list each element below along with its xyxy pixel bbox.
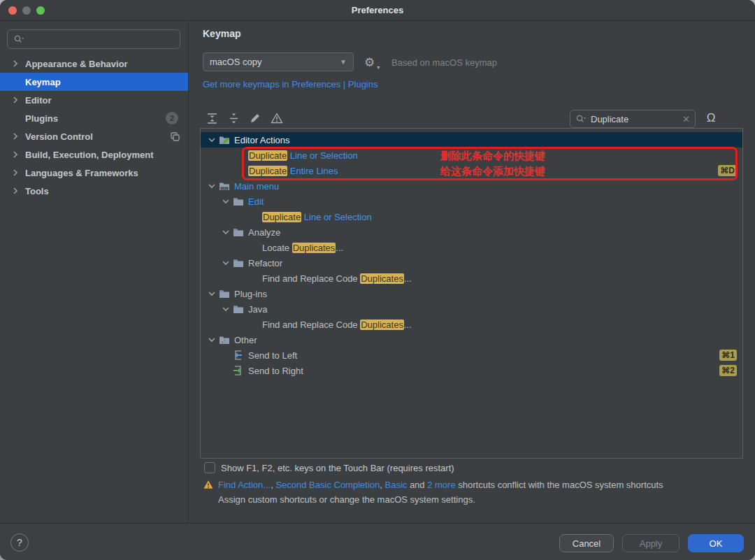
tree-row-text: ...: [336, 243, 343, 253]
tree-row-analyze[interactable]: Analyze: [201, 224, 742, 240]
sidebar-item-label: Editor: [25, 95, 52, 106]
sidebar-item-editor[interactable]: Editor: [0, 91, 188, 109]
settings-nav-list: Appearance & BehaviorKeymapEditorPlugins…: [0, 55, 188, 200]
sidebar-item-version-control[interactable]: Version Control: [0, 127, 188, 145]
bottom-bar: ? Cancel Apply OK: [0, 523, 755, 560]
action-search-input[interactable]: Duplicate ✕: [570, 110, 696, 128]
chevron-down-icon[interactable]: [205, 183, 219, 189]
sidebar-item-languages-frameworks[interactable]: Languages & Frameworks: [0, 164, 188, 182]
tree-row-find-and-replace-code-duplicates[interactable]: Find and Replace Code Duplicates...: [201, 317, 742, 332]
edit-pencil-icon[interactable]: [248, 111, 262, 125]
conflict-action-link[interactable]: Second Basic Completion: [275, 480, 380, 490]
conflicts-warning-icon[interactable]: [270, 111, 284, 125]
chevron-down-icon[interactable]: [205, 137, 219, 143]
sidebar-item-build-execution-deployment[interactable]: Build, Execution, Deployment: [0, 145, 188, 164]
sidebar-item-plugins[interactable]: Plugins2: [0, 109, 188, 127]
sidebar-item-label: Plugins: [25, 113, 58, 124]
clear-search-icon[interactable]: ✕: [682, 114, 690, 124]
keymap-settings-gear-button[interactable]: ⚙ ▾: [364, 55, 375, 70]
chevron-down-icon[interactable]: [219, 260, 233, 266]
settings-search-input[interactable]: [7, 29, 180, 49]
sidebar-item-label: Version Control: [25, 131, 93, 142]
keymap-tree[interactable]: Editor ActionsDuplicate Line or Selectio…: [200, 128, 743, 459]
tree-row-text: Duplicates: [292, 243, 336, 253]
tree-row-plug-ins[interactable]: Plug-ins: [201, 286, 742, 301]
tree-row-editor-actions[interactable]: Editor Actions: [201, 132, 742, 148]
tree-row-send-to-left[interactable]: Send to Left⌘1: [201, 347, 742, 363]
window-title: Preferences: [0, 0, 755, 21]
shortcut-badge: ⌘2: [719, 365, 737, 376]
folder-icon: [233, 304, 248, 314]
search-icon: [575, 114, 587, 124]
conflict-action-link[interactable]: 2 more: [427, 480, 455, 490]
chevron-right-icon: [13, 133, 25, 140]
touchbar-option-row: Show F1, F2, etc. keys on the Touch Bar …: [204, 462, 454, 473]
tree-row-duplicate-entire-lines[interactable]: Duplicate Entire Lines⌘D: [201, 163, 742, 178]
tree-row-text: Duplicate: [262, 212, 301, 222]
tree-row-text: Other: [234, 335, 257, 345]
settings-sidebar: Appearance & BehaviorKeymapEditorPlugins…: [0, 22, 189, 523]
chevron-down-icon[interactable]: [219, 199, 233, 204]
keymap-select[interactable]: macOS copy ▼: [203, 52, 354, 71]
tree-row-other[interactable]: Other: [201, 332, 742, 347]
sidebar-item-appearance-behavior[interactable]: Appearance & Behavior: [0, 55, 188, 73]
action-search-value: Duplicate: [591, 114, 628, 124]
conflict-warning-text: shortcuts conflict with the macOS system…: [456, 480, 663, 490]
tree-row-text: Refactor: [248, 258, 282, 268]
tree-row-text: Main menu: [234, 181, 279, 192]
help-button[interactable]: ?: [10, 533, 29, 552]
ok-button[interactable]: OK: [688, 534, 744, 552]
chevron-down-icon[interactable]: [219, 306, 233, 312]
sidebar-item-label: Languages & Frameworks: [25, 168, 138, 178]
tree-row-send-to-right[interactable]: Send to Right⌘2: [201, 363, 742, 378]
chevron-down-icon[interactable]: [219, 229, 233, 235]
gear-icon: ⚙: [364, 56, 375, 69]
touchbar-checkbox[interactable]: [204, 462, 215, 473]
cancel-button[interactable]: Cancel: [559, 534, 614, 552]
tree-row-java[interactable]: Java: [201, 301, 742, 317]
tree-row-text: Line or Selection: [287, 150, 357, 161]
titlebar: Preferences: [0, 0, 755, 21]
sidebar-item-tools[interactable]: Tools: [0, 182, 188, 200]
get-more-keymaps-link[interactable]: Get more keymaps in Preferences | Plugin…: [203, 79, 378, 89]
tree-row-text: Duplicates: [360, 273, 404, 284]
editor-actions-icon: [219, 135, 234, 145]
chevron-down-icon[interactable]: [205, 291, 219, 296]
folder-icon: [233, 258, 248, 268]
sidebar-item-label: Keymap: [25, 77, 61, 87]
tree-row-text: Java: [248, 304, 267, 315]
collapse-all-icon[interactable]: [226, 111, 240, 125]
tree-row-duplicate-line-or-selection[interactable]: Duplicate Line or Selection: [201, 148, 742, 163]
sidebar-item-keymap[interactable]: Keymap: [0, 73, 188, 91]
tree-row-text: Line or Selection: [301, 212, 371, 222]
conflict-warning-text-line2: Assign custom shortcuts or change the ma…: [218, 494, 475, 505]
conflict-action-link[interactable]: Find Action...: [218, 480, 271, 490]
tree-row-text: Locate: [262, 243, 292, 253]
tree-row-text: Find and Replace Code: [262, 320, 360, 330]
tree-row-duplicate-line-or-selection[interactable]: Duplicate Line or Selection: [201, 209, 742, 224]
chevron-down-icon: ▼: [340, 58, 347, 66]
tree-row-text: Send to Left: [248, 350, 297, 361]
find-by-shortcut-icon[interactable]: Ω: [703, 110, 719, 126]
tree-row-text: Duplicates: [360, 320, 404, 330]
tree-row-find-and-replace-code-duplicates[interactable]: Find and Replace Code Duplicates...: [201, 271, 742, 286]
folder-icon: [233, 227, 248, 237]
copy-icon: [171, 132, 180, 141]
keymap-select-value: macOS copy: [210, 57, 261, 67]
tree-row-refactor[interactable]: Refactor: [201, 255, 742, 271]
apply-button[interactable]: Apply: [622, 534, 680, 552]
touchbar-checkbox-label: Show F1, F2, etc. keys on the Touch Bar …: [221, 463, 454, 473]
chevron-down-icon[interactable]: [205, 337, 219, 343]
shortcut-badge: ⌘1: [719, 350, 737, 361]
sidebar-item-label: Build, Execution, Deployment: [25, 150, 153, 160]
tree-row-text: Duplicate: [248, 150, 287, 161]
tree-row-text: Send to Right: [248, 366, 303, 376]
tree-row-text: Plug-ins: [234, 289, 267, 299]
tree-row-text: Analyze: [248, 227, 280, 238]
tree-row-edit[interactable]: Edit: [201, 194, 742, 209]
page-title: Keymap: [203, 28, 240, 39]
tree-row-main-menu[interactable]: Main menu: [201, 178, 742, 194]
expand-all-icon[interactable]: [205, 111, 219, 125]
conflict-action-link[interactable]: Basic: [384, 480, 407, 490]
tree-row-locate-duplicates[interactable]: Locate Duplicates...: [201, 240, 742, 255]
